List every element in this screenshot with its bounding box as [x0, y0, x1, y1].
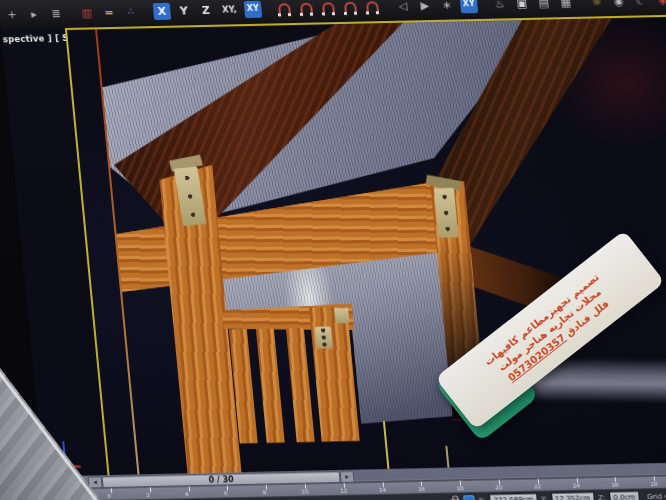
angle-snap-magnet-icon[interactable]	[341, 0, 360, 16]
camera-icon[interactable]: ◉	[609, 0, 628, 10]
cursor-arrow-icon[interactable]: ▶	[416, 0, 435, 14]
axis-constraint-z-button[interactable]: Z	[197, 1, 216, 18]
trackbar-tick-0: 0	[111, 488, 112, 493]
y-coordinate-field[interactable]: 12.352cm	[550, 492, 594, 500]
select-and-move-icon[interactable]: +	[3, 6, 22, 23]
absolute-mode-icon[interactable]	[463, 495, 475, 500]
x-label: X:	[478, 497, 486, 500]
percent-snap-magnet-icon[interactable]	[363, 0, 382, 15]
x-coordinate-field[interactable]: 372.588cm	[489, 493, 538, 500]
snap-dot-magnet-icon[interactable]	[319, 0, 338, 16]
render-teapot-icon[interactable]: ♨	[491, 0, 510, 12]
material-editor-icon[interactable]: ▣	[513, 0, 532, 12]
metal-bracket-plate	[315, 326, 333, 348]
named-selection-sets-icon[interactable]: ∴	[122, 3, 141, 20]
trackbar-tick-2: 2	[150, 487, 151, 492]
metal-bracket-small	[334, 308, 349, 323]
trackbar-tick-6: 6	[227, 486, 228, 491]
trackbar-tick-22: 22	[537, 479, 538, 484]
trackbar-tick-20: 20	[499, 480, 500, 485]
gate-slat	[256, 329, 285, 443]
perspective-viewport[interactable]	[65, 14, 666, 479]
measure-distance-icon[interactable]: =	[100, 3, 119, 20]
axis-constraint-y-button[interactable]: Y	[175, 2, 194, 19]
render-setup-icon[interactable]: ▤	[535, 0, 554, 11]
z-label: Z:	[598, 494, 606, 500]
gate-slat	[286, 328, 315, 442]
trackbar-tick-24: 24	[576, 478, 577, 483]
trackbar-tick-28: 28	[654, 476, 655, 481]
trackbar-tick-26: 26	[615, 477, 616, 482]
axis-constraint-xy-button[interactable]: XY,	[219, 1, 241, 18]
snap-pin-magnet-icon[interactable]	[297, 0, 316, 16]
select-object-icon[interactable]: ▸	[25, 5, 44, 22]
trackbar-tick-18: 18	[460, 481, 461, 486]
axis-constraint-x-button[interactable]: X	[153, 2, 172, 19]
trackbar-tick-12: 12	[344, 483, 345, 488]
y-label: Y:	[541, 495, 547, 500]
trackbar-tick-8: 8	[266, 485, 267, 490]
mirror-icon[interactable]: ▥	[78, 4, 97, 21]
trackbar-tick-14: 14	[382, 482, 383, 487]
select-by-name-icon[interactable]: ≣	[47, 5, 66, 22]
batch-render-icon[interactable]: ◈	[653, 0, 666, 9]
rendered-frame-window-icon[interactable]: ▦	[557, 0, 576, 11]
photo-frame: +▸≣▥=∴XYZXY,XY◁▶∗XY♨▣▤▦☼◉☾◈■ spective ] …	[0, 0, 666, 500]
selected-line	[383, 421, 390, 469]
snap-toggle-xy-icon[interactable]: XY	[244, 0, 263, 17]
environment-icon[interactable]: ☾	[631, 0, 650, 9]
light-lister-icon[interactable]: ☼	[587, 0, 606, 10]
select-and-manipulate-icon[interactable]: ◁	[394, 0, 413, 14]
trackbar-tick-10: 10	[305, 484, 306, 489]
grid-size-readout: Grid = 10.0cm	[647, 492, 666, 500]
spinner-snap-icon[interactable]: ∗	[438, 0, 457, 13]
trackbar-tick-16: 16	[421, 481, 422, 486]
z-coordinate-field[interactable]: 0.0cm	[609, 491, 640, 500]
snap-grid-magnet-icon[interactable]	[275, 0, 294, 17]
monitor-screen: +▸≣▥=∴XYZXY,XY◁▶∗XY♨▣▤▦☼◉☾◈■ spective ] …	[0, 0, 666, 500]
snap-toggle-xy2-icon[interactable]: XY	[460, 0, 479, 13]
thin-line	[445, 446, 449, 468]
trackbar-tick-4: 4	[188, 486, 189, 491]
